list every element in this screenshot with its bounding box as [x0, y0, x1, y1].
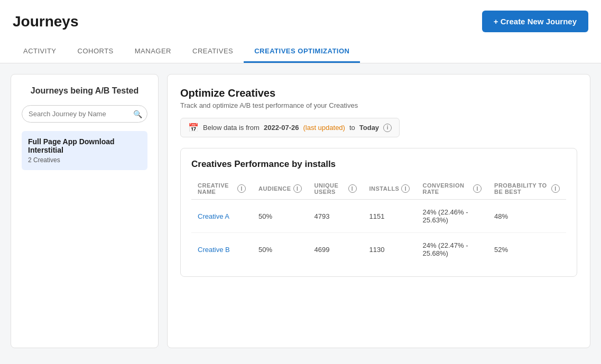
- probability-cell: 52%: [488, 233, 566, 266]
- creative-name-cell: Creative A: [191, 200, 252, 233]
- date-end: Today: [359, 124, 379, 132]
- conversion-rate-info-icon[interactable]: i: [473, 184, 482, 193]
- date-info-icon[interactable]: i: [383, 124, 392, 132]
- creative-name-info-icon[interactable]: i: [237, 184, 246, 193]
- probability-info-icon[interactable]: i: [551, 184, 560, 193]
- date-last-updated: (last updated): [303, 124, 345, 132]
- audience-info-icon[interactable]: i: [293, 184, 302, 193]
- date-start: 2022-07-26: [264, 124, 299, 132]
- conversion-rate-cell: 24% (22.47% - 25.68%): [416, 233, 488, 266]
- audience-cell: 50%: [252, 200, 308, 233]
- journey-item-sub: 2 Creatives: [28, 156, 141, 164]
- nav-tabs: ACTIVITYCOHORTSMANAGERCREATIVESCREATIVES…: [13, 41, 588, 63]
- creative-name-cell: Creative B: [191, 233, 252, 266]
- nav-tab-creatives-optimization[interactable]: CREATIVES OPTIMIZATION: [244, 41, 360, 63]
- create-journey-button[interactable]: + Create New Journey: [482, 11, 588, 32]
- installs-cell: 1130: [363, 233, 417, 266]
- nav-tab-cohorts[interactable]: COHORTS: [67, 41, 124, 63]
- date-middle: to: [349, 124, 355, 132]
- search-box: 🔍: [22, 105, 147, 123]
- search-icon: 🔍: [133, 110, 142, 118]
- conversion-rate-cell: 24% (22.46% - 25.63%): [416, 200, 488, 233]
- sidebar: Journeys being A/B Tested 🔍 Full Page Ap…: [11, 74, 159, 348]
- page-title: Journeys: [13, 13, 79, 30]
- unique-users-cell: 4793: [308, 200, 363, 233]
- unique-users-info-icon[interactable]: i: [348, 184, 357, 193]
- search-input[interactable]: [22, 105, 147, 123]
- col-conversion-rate: CONVERSION RATE i: [416, 178, 488, 200]
- optimize-subtitle: Track and optimize A/B test performance …: [180, 101, 577, 109]
- audience-cell: 50%: [252, 233, 308, 266]
- nav-tab-activity[interactable]: ACTIVITY: [13, 41, 67, 63]
- performance-title: Creatives Performance by installs: [191, 159, 566, 170]
- date-prefix: Below data is from: [203, 124, 260, 132]
- col-unique-users: UNIQUE USERS i: [308, 178, 363, 200]
- journey-list-item[interactable]: Full Page App Download Interstitial 2 Cr…: [22, 131, 147, 170]
- right-panel: Optimize Creatives Track and optimize A/…: [167, 74, 590, 348]
- table-row: Creative B 50% 4699 1130 24% (22.47% - 2…: [191, 233, 566, 266]
- journey-item-name: Full Page App Download Interstitial: [28, 137, 141, 154]
- probability-cell: 48%: [488, 200, 566, 233]
- sidebar-title: Journeys being A/B Tested: [22, 85, 147, 97]
- performance-card: Creatives Performance by installs CREATI…: [180, 148, 577, 277]
- col-installs: INSTALLS i: [363, 178, 417, 200]
- nav-tab-creatives[interactable]: CREATIVES: [182, 41, 244, 63]
- performance-table: CREATIVE NAME i AUDIENCE i: [191, 178, 566, 266]
- unique-users-cell: 4699: [308, 233, 363, 266]
- installs-cell: 1151: [363, 200, 417, 233]
- creative-name-link[interactable]: Creative B: [198, 246, 230, 254]
- col-probability: PROBABILITY TO BE BEST i: [488, 178, 566, 200]
- date-banner: 📅 Below data is from 2022-07-26 (last up…: [180, 118, 400, 137]
- table-row: Creative A 50% 4793 1151 24% (22.46% - 2…: [191, 200, 566, 233]
- installs-info-icon[interactable]: i: [401, 184, 410, 193]
- nav-tab-manager[interactable]: MANAGER: [124, 41, 182, 63]
- calendar-icon: 📅: [188, 123, 199, 133]
- col-audience: AUDIENCE i: [252, 178, 308, 200]
- creative-name-link[interactable]: Creative A: [198, 212, 229, 220]
- optimize-title: Optimize Creatives: [180, 87, 577, 99]
- col-creative-name: CREATIVE NAME i: [191, 178, 252, 200]
